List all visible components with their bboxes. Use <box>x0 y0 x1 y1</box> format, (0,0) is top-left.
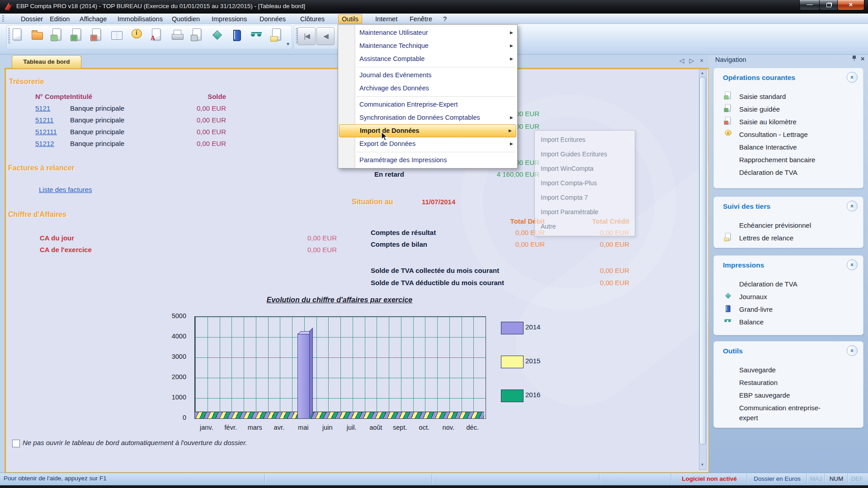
statusbar-divider <box>599 474 599 484</box>
mise-en-page-button[interactable] <box>147 25 165 46</box>
nav-item-saisie-au-kilometre[interactable]: Saisie au kilomètre <box>723 117 868 127</box>
saisie-standard-button[interactable] <box>48 25 66 46</box>
ca-label: CA de l'exercice <box>40 246 92 253</box>
previous-record-button[interactable]: ◀ <box>316 27 335 45</box>
liste-des-factures-link[interactable]: Liste des factures <box>39 186 92 193</box>
account-link[interactable]: 51211 <box>35 116 54 124</box>
nav-item-ebp-sauvegarde[interactable]: EBP sauvegarde <box>723 390 868 400</box>
menu-item-export-de-donnees[interactable]: Export de Données▶ <box>338 137 517 150</box>
journaux-button[interactable] <box>208 25 226 46</box>
balance-button[interactable] <box>248 25 266 46</box>
account-link[interactable]: 512111 <box>35 128 57 136</box>
consultation-button[interactable] <box>108 25 126 46</box>
menubar-item-donnees[interactable]: Données <box>256 14 289 23</box>
pin-icon[interactable] <box>852 55 857 63</box>
saisie-kilometre-button[interactable] <box>88 25 106 46</box>
menu-item-archivage-des-donnees[interactable]: Archivage des Données <box>338 82 517 95</box>
menubar-item-help[interactable]: ? <box>439 14 450 23</box>
menu-item-journal-des-evenements[interactable]: Journal des Evénements <box>338 69 517 82</box>
submenu-item-import-compta-7[interactable]: Import Compta 7 <box>535 190 635 205</box>
nav-item-declaration-de-tva[interactable]: Déclaration de TVA <box>723 168 868 178</box>
submenu-item-import-guides-ecritures[interactable]: Import Guides Ecritures <box>535 147 635 161</box>
scrollbar-thumb[interactable] <box>699 77 706 445</box>
menubar-item-edition[interactable]: Edition <box>46 14 73 23</box>
open-folder-icon <box>30 28 44 42</box>
menu-item-label: Journal des Evénements <box>359 71 432 79</box>
scroll-down-icon[interactable]: ▼ <box>699 462 705 468</box>
nav-item-label: Consultation - Lettrage <box>739 131 808 138</box>
menubar-item-clotures[interactable]: Clôtures <box>297 14 328 23</box>
lettre-relance-icon <box>270 28 283 42</box>
badge <box>724 121 728 125</box>
tab-tableau-de-bord[interactable]: Tableau de bord <box>12 55 81 68</box>
menubar-item-quotidien[interactable]: Quotidien <box>168 14 203 23</box>
nav-item-rapprochement-bancaire[interactable]: Rapprochement bancaire <box>723 155 868 165</box>
column-header-compte: N° Compte <box>35 93 70 100</box>
nav-item-label: Balance <box>739 318 764 326</box>
y-axis-tick-label: 2000 <box>159 373 186 380</box>
next-tab-icon[interactable]: ▷ <box>687 57 696 64</box>
scroll-up-icon[interactable]: ▲ <box>699 70 705 76</box>
grand-livre-button[interactable] <box>228 25 246 46</box>
submenu-item-autre[interactable]: Autre <box>535 219 635 234</box>
nav-item-echeancier-previsionnel[interactable]: Echéancier prévisionnel <box>723 221 868 230</box>
first-record-button[interactable]: |◀ <box>297 27 316 45</box>
close-panel-icon[interactable]: × <box>861 55 864 62</box>
menu-item-maintenance-technique[interactable]: Maintenance Technique▶ <box>338 39 517 52</box>
maximize-button[interactable] <box>819 0 838 10</box>
nav-item-saisie-standard[interactable]: Saisie standard <box>723 92 868 102</box>
pdf-export-button[interactable] <box>188 25 206 46</box>
menubar-item-impressions[interactable]: Impressions <box>208 14 250 23</box>
close-button[interactable]: × <box>837 0 864 10</box>
nav-item-saisie-guidee[interactable]: Saisie guidée <box>723 104 868 114</box>
chart-plot-area <box>194 316 486 419</box>
nav-item-balance[interactable]: Balance <box>723 317 868 327</box>
menu-item-assistance-comptable[interactable]: Assistance Comptable▶ <box>338 52 517 66</box>
lettre-relance-button[interactable] <box>268 25 286 46</box>
menubar-item-fenetre[interactable]: Fenêtre <box>406 14 436 23</box>
print-button[interactable] <box>168 25 186 46</box>
nav-item-declaration-de-tva[interactable]: Déclaration de TVA <box>723 279 868 289</box>
submenu-item-import-compta-plus[interactable]: Import Compta-Plus <box>535 176 635 190</box>
collapse-chevron-icon[interactable]: » <box>847 201 858 211</box>
nav-item-consultation-lettrage[interactable]: Consultation - Lettrage <box>723 130 868 140</box>
menu-item-import-de-donnees[interactable]: Import de Données▶ <box>339 124 516 137</box>
close-tab-icon[interactable]: × <box>697 57 706 64</box>
nav-section-title: Impressions <box>723 261 764 269</box>
nav-item-label: Journaux <box>739 293 767 300</box>
mouse-cursor <box>381 131 390 141</box>
nav-item-restauration[interactable]: Restauration <box>723 378 868 388</box>
nav-item-sauvegarde[interactable]: Sauvegarde <box>723 365 868 375</box>
account-link[interactable]: 5121 <box>35 104 50 112</box>
account-link[interactable]: 51212 <box>35 140 54 147</box>
submenu-item-import-wincompta[interactable]: Import WinCompta <box>535 161 635 176</box>
menubar-grip[interactable] <box>2 15 4 22</box>
nav-item-journaux[interactable]: Journaux <box>723 292 868 302</box>
nav-item-communication-entreprise-expert[interactable]: Communication entreprise-expert <box>723 403 830 423</box>
menubar-item-internet[interactable]: Internet <box>372 14 401 23</box>
saisie-guidee-button[interactable] <box>68 25 86 46</box>
open-folder-button[interactable] <box>28 25 46 46</box>
menu-item-synchronisation-de-donnees-comptables[interactable]: Synchronisation de Données Comptables▶ <box>338 111 517 124</box>
nav-item-lettres-de-relance[interactable]: Lettres de relance <box>723 233 868 243</box>
info-bubble-button[interactable] <box>127 25 146 46</box>
menubar-item-outils[interactable]: Outils <box>338 14 362 23</box>
minimize-button[interactable]: — <box>799 0 820 10</box>
menubar-item-affichage[interactable]: Affichage <box>76 14 110 23</box>
new-document-button[interactable] <box>8 25 26 46</box>
menu-item-maintenance-utilisateur[interactable]: Maintenance Utilisateur▶ <box>338 26 517 39</box>
collapse-chevron-icon[interactable]: » <box>847 72 858 83</box>
collapse-chevron-icon[interactable]: » <box>847 259 858 270</box>
previous-tab-icon[interactable]: ◁ <box>677 57 686 64</box>
menu-item-communication-entreprise-expert[interactable]: Communication Entreprise-Expert <box>338 98 517 111</box>
menu-item-parametrage-des-impressions[interactable]: Paramétrage des Impressions <box>338 154 517 167</box>
nav-item-balance-interactive[interactable]: Balance Interactive <box>723 142 868 152</box>
submenu-item-import-parametrable[interactable]: Import Paramétrable <box>535 205 635 219</box>
toolbar-overflow-button[interactable]: ▾ <box>287 41 289 47</box>
menubar-item-immobilisations[interactable]: Immobilisations <box>114 14 166 23</box>
menubar-item-dossier[interactable]: Dossier <box>17 14 47 23</box>
collapse-chevron-icon[interactable]: » <box>847 345 858 356</box>
dashboard-option-checkbox[interactable] <box>12 440 20 447</box>
nav-item-grand-livre[interactable]: Grand-livre <box>723 305 868 314</box>
submenu-item-import-ecritures[interactable]: Import Ecritures <box>535 132 635 147</box>
